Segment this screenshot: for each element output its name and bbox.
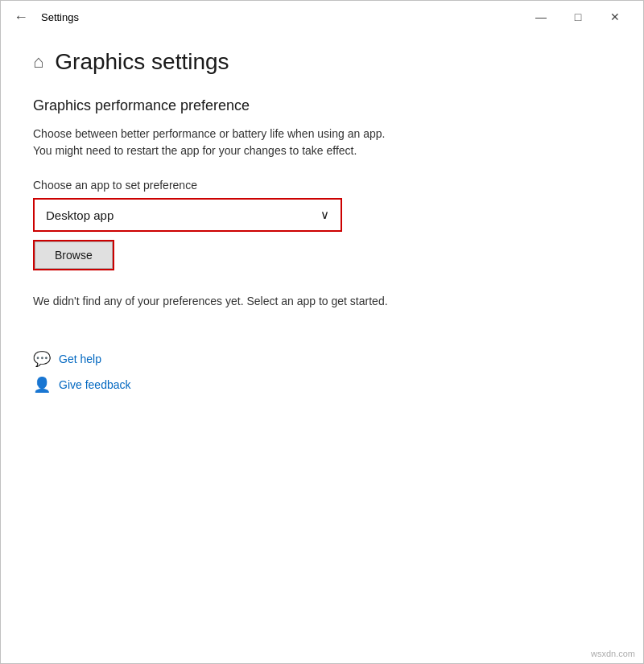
chevron-down-icon: ∨: [320, 208, 329, 222]
no-preferences-text: We didn't find any of your preferences y…: [33, 293, 611, 310]
watermark: wsxdn.com: [591, 649, 635, 658]
settings-window: ← Settings — □ ✕ ⌂ Graphics settings Gra…: [0, 0, 644, 664]
get-help-link[interactable]: Get help: [59, 353, 101, 365]
title-bar-controls: — □ ✕: [522, 4, 634, 30]
back-button[interactable]: ←: [10, 7, 31, 27]
give-feedback-icon: 👤: [33, 376, 51, 394]
window-title: Settings: [41, 11, 79, 23]
minimize-button[interactable]: —: [522, 4, 559, 30]
page-title: Graphics settings: [55, 49, 229, 75]
title-bar: ← Settings — □ ✕: [1, 1, 643, 33]
description-line1: Choose between better performance or bat…: [33, 127, 385, 140]
choose-label: Choose an app to set preference: [33, 179, 611, 192]
get-help-icon: 💬: [33, 350, 51, 368]
give-feedback-link-item[interactable]: 👤 Give feedback: [33, 376, 611, 394]
app-type-dropdown-wrapper: Desktop app ∨: [33, 198, 342, 232]
title-bar-left: ← Settings: [10, 7, 79, 27]
browse-button-wrapper: Browse: [33, 240, 114, 270]
maximize-button[interactable]: □: [559, 4, 597, 30]
footer-links: 💬 Get help 👤 Give feedback: [33, 350, 611, 394]
get-help-link-item[interactable]: 💬 Get help: [33, 350, 611, 368]
give-feedback-link[interactable]: Give feedback: [59, 378, 131, 391]
dropdown-value: Desktop app: [46, 208, 114, 222]
close-button[interactable]: ✕: [597, 4, 634, 30]
description-line2: You might need to restart the app for yo…: [33, 144, 357, 157]
section-title: Graphics performance preference: [33, 97, 611, 114]
content-area: ⌂ Graphics settings Graphics performance…: [1, 33, 643, 663]
home-icon: ⌂: [33, 52, 43, 72]
section-description: Choose between better performance or bat…: [33, 126, 611, 159]
page-header: ⌂ Graphics settings: [33, 49, 611, 75]
browse-button[interactable]: Browse: [35, 241, 113, 269]
app-type-dropdown[interactable]: Desktop app ∨: [35, 200, 341, 230]
